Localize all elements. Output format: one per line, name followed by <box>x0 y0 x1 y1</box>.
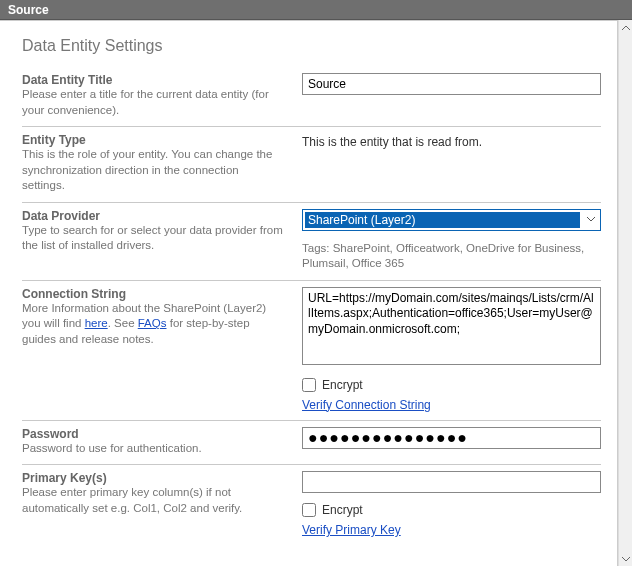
data-provider-label: Data Provider <box>22 209 284 223</box>
row-data-provider: Data Provider Type to search for or sele… <box>22 203 601 281</box>
entity-type-label: Entity Type <box>22 133 284 147</box>
cs-encrypt-checkbox[interactable] <box>302 378 316 392</box>
password-desc: Password to use for authentication. <box>22 441 284 457</box>
content-area: Data Entity Settings Data Entity Title P… <box>0 20 618 566</box>
connection-string-input[interactable] <box>302 287 601 365</box>
row-password: Password Password to use for authenticat… <box>22 421 601 466</box>
window-titlebar: Source <box>0 0 632 20</box>
connection-string-label: Connection String <box>22 287 284 301</box>
password-label: Password <box>22 427 284 441</box>
scroll-up-icon[interactable] <box>619 20 632 34</box>
row-entity-title: Data Entity Title Please enter a title f… <box>22 67 601 127</box>
row-entity-type: Entity Type This is the role of your ent… <box>22 127 601 203</box>
chevron-down-icon[interactable] <box>582 210 600 230</box>
data-provider-tags: Tags: SharePoint, Officeatwork, OneDrive… <box>302 241 601 272</box>
entity-title-label: Data Entity Title <box>22 73 284 87</box>
primary-key-input[interactable] <box>302 471 601 493</box>
primary-key-label: Primary Key(s) <box>22 471 284 485</box>
section-heading: Data Entity Settings <box>22 37 601 55</box>
entity-title-input[interactable] <box>302 73 601 95</box>
row-connection-string: Connection String More Information about… <box>22 281 601 421</box>
scroll-down-icon[interactable] <box>619 552 632 566</box>
cs-encrypt-label: Encrypt <box>322 378 363 392</box>
password-input[interactable] <box>302 427 601 449</box>
data-provider-combobox[interactable]: SharePoint (Layer2) <box>302 209 601 231</box>
data-provider-desc: Type to search for or select your data p… <box>22 223 284 254</box>
cs-here-link[interactable]: here <box>85 317 108 329</box>
primary-key-desc: Please enter primary key column(s) if no… <box>22 485 284 516</box>
verify-connection-string-link[interactable]: Verify Connection String <box>302 398 431 412</box>
row-primary-key: Primary Key(s) Please enter primary key … <box>22 465 601 545</box>
vertical-scrollbar[interactable] <box>618 20 632 566</box>
pk-encrypt-label: Encrypt <box>322 503 363 517</box>
data-provider-value: SharePoint (Layer2) <box>305 212 580 228</box>
verify-primary-key-link[interactable]: Verify Primary Key <box>302 523 401 537</box>
cs-desc-mid: . See <box>108 317 138 329</box>
cs-faqs-link[interactable]: FAQs <box>138 317 167 329</box>
window-title: Source <box>8 3 49 17</box>
entity-title-desc: Please enter a title for the current dat… <box>22 87 284 118</box>
pk-encrypt-checkbox[interactable] <box>302 503 316 517</box>
connection-string-desc: More Information about the SharePoint (L… <box>22 301 284 348</box>
entity-type-value: This is the entity that is read from. <box>302 133 601 149</box>
entity-type-desc: This is the role of your entity. You can… <box>22 147 284 194</box>
